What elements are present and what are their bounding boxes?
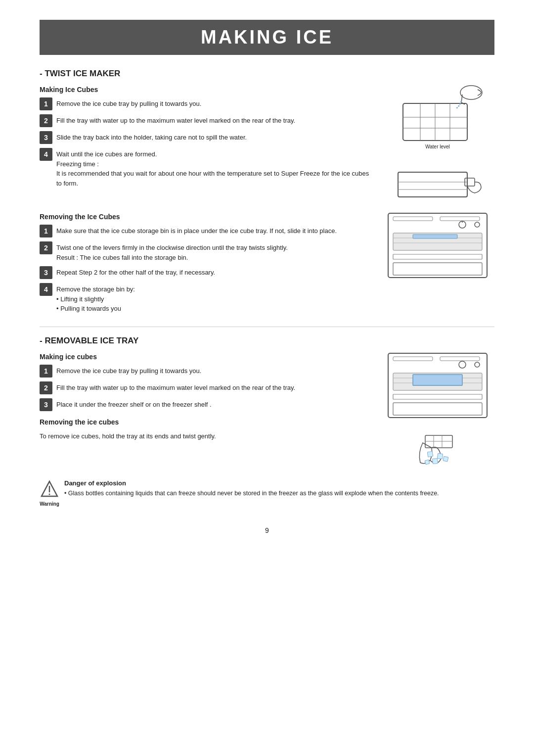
step-rm-num-3: 3 xyxy=(40,398,52,411)
step-rm-text-3: Place it under the freezer shelf or on t… xyxy=(56,398,212,410)
step-rc-2: 2 Twist one of the levers firmly in the … xyxy=(40,241,371,262)
svg-rect-34 xyxy=(413,375,462,385)
svg-rect-28 xyxy=(440,357,480,361)
step-rc-text-1: Make sure that the ice cube storage bin … xyxy=(56,225,337,236)
water-level-label: Water level xyxy=(425,144,450,149)
step-rm-1: 1 Remove the ice cube tray by pulling it… xyxy=(40,365,371,378)
svg-rect-16 xyxy=(440,217,480,221)
step-num-1: 1 xyxy=(40,97,52,110)
svg-rect-45 xyxy=(425,460,430,465)
making-cubes-right: Water level xyxy=(381,84,494,207)
step-rc-1: 1 Make sure that the ice cube storage bi… xyxy=(40,225,371,237)
danger-title: Danger of explosion xyxy=(64,479,439,487)
freezer-svg-1 xyxy=(386,211,490,280)
step-rc-num-2: 2 xyxy=(40,241,52,254)
tray-slide-svg xyxy=(388,157,487,207)
step-text-mc-3: Slide the tray back into the holder, tak… xyxy=(56,131,247,142)
warning-label: Warning xyxy=(40,479,59,507)
warning-triangle-icon xyxy=(40,479,59,499)
removing-ice-cubes-text: To remove ice cubes, hold the tray at it… xyxy=(40,430,371,441)
svg-rect-41 xyxy=(427,451,433,457)
section1-title: - TWIST ICE MAKER xyxy=(40,69,494,79)
step-num-2: 2 xyxy=(40,114,52,127)
svg-point-48 xyxy=(49,493,50,495)
step-num-4: 4 xyxy=(40,148,52,161)
svg-rect-35 xyxy=(393,394,482,399)
water-level-svg xyxy=(388,84,487,143)
step-num-3: 3 xyxy=(40,131,52,144)
freezer-svg-2 xyxy=(386,351,490,420)
step-rc-3: 3 Repeat Step 2 for the other half of th… xyxy=(40,266,371,279)
warning-word: Warning xyxy=(40,501,59,507)
step-rc-num-1: 1 xyxy=(40,225,52,237)
step-rc-text-3: Repeat Step 2 for the other half of the … xyxy=(56,266,215,278)
step-rm-num-1: 1 xyxy=(40,365,52,378)
step-rm-text-2: Fill the tray with water up to the maxim… xyxy=(56,381,295,393)
step-mc-1: 1 Remove the ice cube tray by pulling it… xyxy=(40,97,371,110)
main-title-bar: MAKING ICE xyxy=(40,20,494,55)
step-rc-text-4: Remove the storage bin by: • Lifting it … xyxy=(56,283,135,314)
removing-cubes-left: Removing the Ice Cubes 1 Make sure that … xyxy=(40,211,371,318)
making-cubes-title: Making Ice Cubes xyxy=(40,86,371,94)
warning-text: • Glass bottles containing liquids that … xyxy=(64,489,439,498)
step-text-mc-1: Remove the ice cube tray by pulling it t… xyxy=(56,97,201,109)
step-rm-2: 2 Fill the tray with water up to the max… xyxy=(40,381,371,394)
svg-point-6 xyxy=(460,86,482,99)
making-cubes-layout: Making Ice Cubes 1 Remove the ice cube t… xyxy=(40,84,494,207)
svg-rect-15 xyxy=(393,217,433,221)
removable-making-layout: Making ice cubes 1 Remove the ice cube t… xyxy=(40,351,494,472)
section-divider xyxy=(40,327,494,327)
svg-rect-25 xyxy=(413,235,457,238)
step-rm-num-2: 2 xyxy=(40,381,52,394)
svg-rect-36 xyxy=(393,403,482,415)
step-mc-4: 4 Wait until the ice cubes are formed. F… xyxy=(40,148,371,188)
step-rc-num-4: 4 xyxy=(40,283,52,296)
removing-cubes-right xyxy=(381,211,494,318)
step-rm-text-1: Remove the ice cube tray by pulling it t… xyxy=(56,365,201,376)
removing-ice-cubes-title: Removing the ice cubes xyxy=(40,418,371,426)
svg-point-29 xyxy=(459,361,466,368)
svg-rect-42 xyxy=(437,453,443,459)
removable-making-left: Making ice cubes 1 Remove the ice cube t… xyxy=(40,351,371,472)
step-rc-num-3: 3 xyxy=(40,266,52,279)
removing-cubes-layout: Removing the Ice Cubes 1 Make sure that … xyxy=(40,211,494,318)
making-cubes-left: Making Ice Cubes 1 Remove the ice cube t… xyxy=(40,84,371,207)
svg-rect-9 xyxy=(398,172,467,197)
svg-point-19 xyxy=(475,222,480,227)
water-level-illustration: Water level xyxy=(388,84,487,149)
removable-making-title: Making ice cubes xyxy=(40,353,371,361)
step-rm-3: 3 Place it under the freezer shelf or on… xyxy=(40,398,371,411)
main-title: MAKING ICE xyxy=(40,27,494,48)
page: MAKING ICE - TWIST ICE MAKER Making Ice … xyxy=(0,0,534,756)
ice-cubes-svg xyxy=(413,428,462,472)
page-number: 9 xyxy=(40,526,494,534)
removing-cubes-title: Removing the Ice Cubes xyxy=(40,213,371,221)
step-rc-text-2: Twist one of the levers firmly in the cl… xyxy=(56,241,288,262)
step-mc-3: 3 Slide the tray back into the holder, t… xyxy=(40,131,371,144)
svg-rect-44 xyxy=(443,456,448,462)
svg-rect-27 xyxy=(393,357,433,361)
step-rc-4: 4 Remove the storage bin by: • Lifting i… xyxy=(40,283,371,314)
section2-title: - REMOVABLE ICE TRAY xyxy=(40,336,494,346)
svg-point-30 xyxy=(475,362,480,367)
svg-rect-24 xyxy=(393,263,482,275)
removable-making-right xyxy=(381,351,494,472)
warning-box: Warning Danger of explosion • Glass bott… xyxy=(40,479,494,507)
warning-content: Danger of explosion • Glass bottles cont… xyxy=(64,479,439,498)
step-text-mc-2: Fill the tray with water up to the maxim… xyxy=(56,114,295,126)
removable-ice-tray-section: - REMOVABLE ICE TRAY Making ice cubes 1 … xyxy=(40,336,494,507)
svg-rect-43 xyxy=(433,458,438,464)
twist-ice-maker-section: - TWIST ICE MAKER Making Ice Cubes 1 Rem… xyxy=(40,69,494,318)
step-text-mc-4: Wait until the ice cubes are formed. Fre… xyxy=(56,148,371,188)
step-mc-2: 2 Fill the tray with water up to the max… xyxy=(40,114,371,127)
svg-rect-23 xyxy=(393,254,482,259)
